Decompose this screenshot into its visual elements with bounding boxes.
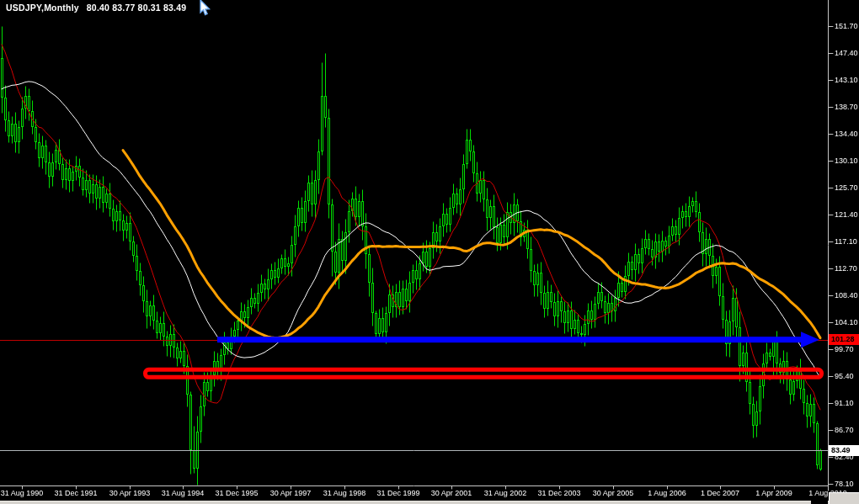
horizontal-scrollbar[interactable] (0, 501, 859, 504)
chart-title: USDJPY,Monthly80.40 83.77 80.31 83.49 (6, 3, 186, 13)
chart-ohlc-label: 80.40 83.77 80.31 83.49 (87, 3, 186, 13)
price-axis-label: 147.40 (835, 49, 858, 58)
price-axis-label: 134.40 (835, 130, 858, 139)
price-tag-trendline-level: 101.28 (829, 334, 859, 345)
mouse-cursor-icon (194, 0, 212, 17)
price-axis-label: 91.10 (835, 399, 854, 408)
time-axis-label: 31 Dec 1995 (215, 489, 258, 498)
price-axis-label: 117.10 (835, 237, 857, 247)
price-axis-label: 125.70 (835, 183, 858, 193)
price-axis-label: 151.70 (835, 22, 858, 31)
price-axis-label: 138.70 (835, 103, 858, 112)
time-axis-label: 31 Aug 1990 (1, 489, 44, 498)
time-axis-label: 31 Dec 1999 (376, 489, 419, 498)
time-axis-label: 1 Aug 2006 (648, 489, 686, 498)
time-axis-label: 1 Dec 2007 (701, 489, 739, 498)
price-axis-label: 108.40 (835, 291, 858, 300)
price-axis-label: 143.10 (835, 76, 858, 85)
price-axis-label: 112.70 (835, 264, 857, 273)
time-axis-label: 31 Aug 1998 (323, 489, 366, 498)
price-axis-label: 104.10 (835, 318, 858, 327)
mt4-chart-window: USDJPY,Monthly80.40 83.77 80.31 83.49 15… (0, 0, 859, 504)
time-axis-label: 1 Apr 2009 (755, 489, 792, 498)
price-axis-label: 86.70 (835, 426, 854, 435)
scrollbar-corner (829, 492, 859, 504)
time-axis-label: 31 Aug 1994 (162, 489, 205, 498)
time-axis-label: 30 Apr 2001 (431, 489, 472, 498)
price-axis-label: 99.70 (835, 345, 854, 354)
chart-symbol-label: USDJPY,Monthly (6, 3, 79, 13)
price-axis[interactable]: 151.70147.40143.10138.70134.40130.10125.… (828, 0, 859, 491)
price-axis-label: 130.10 (835, 157, 858, 166)
scrollbar-gap (811, 501, 828, 504)
time-axis-label: 31 Dec 1991 (54, 489, 97, 498)
time-axis-label: 30 Apr 1997 (270, 489, 312, 498)
price-axis-label: 95.40 (835, 372, 854, 381)
time-axis-label: 31 Dec 2003 (537, 489, 580, 498)
price-axis-label: 121.40 (835, 210, 858, 220)
time-axis-label: 30 Apr 1993 (109, 489, 151, 498)
price-tag-bid: 83.49 (829, 445, 859, 456)
time-axis-label: 31 Aug 2002 (484, 489, 527, 498)
chart-canvas[interactable] (0, 0, 859, 504)
time-axis-label: 30 Apr 2005 (593, 489, 634, 498)
time-axis[interactable]: 31 Aug 199031 Dec 199130 Apr 199331 Aug … (0, 486, 859, 501)
